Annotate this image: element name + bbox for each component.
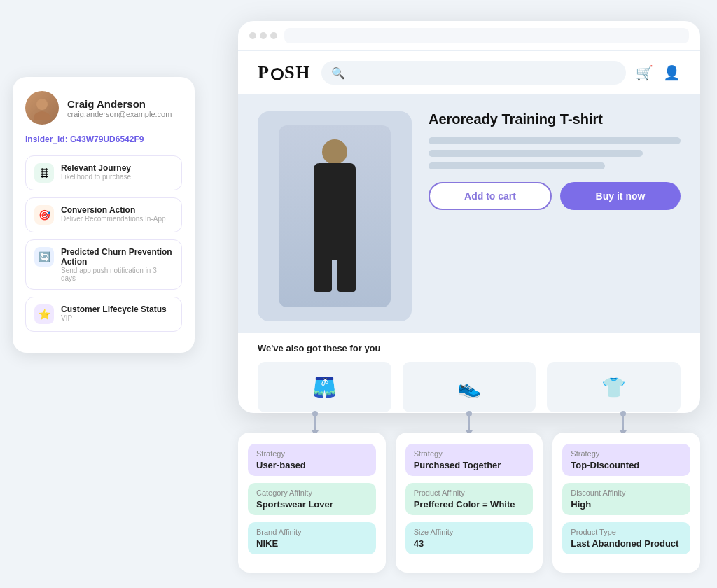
strategy-card-0: Strategy User-based Category Affinity Sp… [238,433,386,573]
lifecycle-sub: VIP [61,314,167,322]
strategy-label-2: Strategy [571,449,682,458]
conversion-title: Conversion Action [61,205,166,215]
category-affinity-value-0: Sportswear Lover [256,499,368,510]
category-affinity-tag-0: Category Affinity Sportswear Lover [248,483,376,515]
store-header: PSH 🔍 🛒 👤 [238,51,700,94]
rec-item-0: 🩳 Gym Shorts $75.00 7% off Add to Cart [258,362,391,413]
rec-item-1: 👟 AIR Sports Shoes $197.85 12% off Add t… [403,362,536,413]
product-model [279,125,391,307]
user-profile-card: Craig Anderson craig.anderson@example.co… [13,77,195,353]
product-details: Aeroready Training T-shirt Add to cart B… [412,111,681,321]
journey-sub: Likelihood to purchase [61,173,131,181]
discount-affinity-label-2: Discount Affinity [571,489,682,497]
user-icon[interactable]: 👤 [663,64,681,81]
churn-prevention-item[interactable]: 🔄 Predicted Churn Prevention Action Send… [25,239,182,290]
strategy-value-1: Purchased Together [414,460,525,470]
browser-chrome [238,21,700,51]
brand-affinity-tag-0: Brand Affinity NIKE [248,522,376,554]
strategy-label-0: Strategy [256,449,368,458]
strategy-card-1: Strategy Purchased Together Product Affi… [396,433,543,573]
avatar [25,91,59,125]
conversion-sub: Deliver Recommendations In-App [61,215,166,223]
strategy-value-0: User-based [256,460,368,470]
conversion-action-item[interactable]: 🎯 Conversion Action Deliver Recommendati… [25,197,182,232]
journey-title: Relevant Journey [61,163,131,173]
rec-item-2: 👕 Dry Fit T-Shirt $57.99 59% off Add to … [547,362,681,413]
size-affinity-value-1: 43 [414,538,525,549]
strategy-tag-1: Strategy Purchased Together [405,444,534,476]
search-icon: 🔍 [331,66,345,80]
insider-id-value: G43W79UD6542F9 [70,134,144,144]
product-type-tag-2: Product Type Last Abandoned Product [562,522,690,554]
strategy-tag-0: Strategy User-based [248,444,376,476]
product-type-label-2: Product Type [571,528,682,536]
buy-it-now-button[interactable]: Buy it now [560,182,681,210]
browser-window: PSH 🔍 🛒 👤 [238,21,700,413]
product-image-box [258,111,412,321]
strategy-tag-2: Strategy Top-Discounted [562,444,690,476]
strategy-value-2: Top-Discounted [571,460,682,470]
product-description-lines [429,137,681,169]
rec-section-title: We've also got these for you [258,343,681,354]
size-affinity-tag-1: Size Affinity 43 [405,522,534,554]
lifecycle-title: Customer Lifecycle Status [61,304,167,314]
chrome-dot-green [270,32,277,39]
strategy-card-2: Strategy Top-Discounted Discount Affinit… [552,433,700,573]
browser-content: PSH 🔍 🛒 👤 [238,51,700,413]
category-affinity-label-0: Category Affinity [256,489,368,497]
product-type-value-2: Last Abandoned Product [571,538,682,549]
user-header: Craig Anderson craig.anderson@example.co… [25,91,182,125]
desc-line-2 [429,150,643,157]
conn-line-0 [314,416,316,430]
product-area: Aeroready Training T-shirt Add to cart B… [238,94,700,332]
churn-title: Predicted Churn Prevention Action [61,247,173,267]
chrome-dot-yellow [260,32,267,39]
conversion-icon: 🎯 [34,205,54,225]
recommendations-section: We've also got these for you 🩳 Gym Short… [238,332,700,413]
product-title: Aeroready Training T-shirt [429,111,681,127]
brand-affinity-value-0: NIKE [256,538,368,549]
churn-icon: 🔄 [34,247,54,267]
product-affinity-value-1: Preffered Color = White [414,499,525,510]
conn-line-2 [622,416,624,430]
brand-affinity-label-0: Brand Affinity [256,528,368,536]
cart-icon[interactable]: 🛒 [636,64,653,81]
search-bar[interactable]: 🔍 [321,61,626,85]
bottom-strategy-cards: Strategy User-based Category Affinity Sp… [238,433,700,573]
rec-img-1: 👟 [403,362,536,412]
chrome-dots [249,32,277,39]
rec-img-0: 🩳 [258,362,391,412]
product-actions: Add to cart Buy it now [429,182,681,210]
svg-point-0 [36,99,48,110]
lifecycle-status-item[interactable]: ⭐ Customer Lifecycle Status VIP [25,297,182,332]
svg-point-1 [34,111,50,120]
add-to-cart-button[interactable]: Add to cart [429,182,552,210]
conn-line-1 [468,416,470,430]
desc-line-3 [429,162,605,169]
rec-items-list: 🩳 Gym Shorts $75.00 7% off Add to Cart 👟… [258,362,681,413]
lifecycle-icon: ⭐ [34,304,54,324]
search-input[interactable] [351,68,616,78]
desc-line-1 [429,137,681,144]
insider-id-row: insider_id: G43W79UD6542F9 [25,134,182,144]
discount-affinity-tag-2: Discount Affinity High [562,483,690,515]
discount-affinity-value-2: High [571,499,682,510]
posh-logo: PSH [258,62,312,83]
chrome-dot-red [249,32,256,39]
journey-icon: 🛤 [34,163,54,183]
url-bar[interactable] [284,28,689,43]
product-affinity-tag-1: Product Affinity Preffered Color = White [405,483,534,515]
rec-img-2: 👕 [547,362,681,412]
header-icons: 🛒 👤 [636,64,681,81]
product-affinity-label-1: Product Affinity [414,489,525,497]
churn-sub: Send app push notification in 3 days [61,267,173,282]
size-affinity-label-1: Size Affinity [414,528,525,536]
strategy-label-1: Strategy [414,449,525,458]
user-email: craig.anderson@example.com [67,110,172,118]
relevant-journey-item[interactable]: 🛤 Relevant Journey Likelihood to purchas… [25,155,182,190]
user-name: Craig Anderson [67,98,172,110]
